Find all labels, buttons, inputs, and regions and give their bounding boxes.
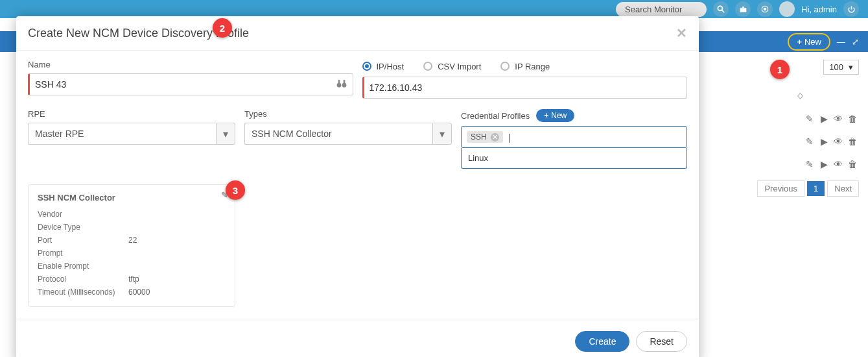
annotation-1: 1 bbox=[770, 60, 790, 79]
chevron-down-icon: ▾ bbox=[432, 123, 452, 145]
name-input[interactable] bbox=[28, 73, 353, 95]
radio-iprange[interactable]: IP Range bbox=[500, 62, 550, 71]
prev-button[interactable]: Previous bbox=[757, 180, 804, 197]
search-icon[interactable] bbox=[713, 1, 729, 17]
rpe-label: RPE bbox=[28, 109, 235, 119]
greeting-label: Hi, admin bbox=[801, 5, 837, 14]
eye-icon[interactable]: 👁 bbox=[833, 114, 843, 124]
page-size-select[interactable]: 100▾ bbox=[823, 60, 859, 75]
svg-point-0 bbox=[718, 6, 722, 10]
credential-dropdown-option[interactable]: Linux bbox=[461, 148, 687, 169]
svg-rect-9 bbox=[343, 80, 345, 83]
trash-icon[interactable]: 🗑 bbox=[847, 114, 858, 124]
briefcase-icon[interactable] bbox=[735, 1, 751, 17]
radio-csv[interactable]: CSV Import bbox=[423, 62, 481, 71]
details-title: SSH NCM Collector bbox=[38, 193, 226, 203]
svg-rect-8 bbox=[338, 80, 340, 83]
target-icon[interactable] bbox=[757, 1, 773, 17]
detail-row: Device Type bbox=[38, 221, 226, 234]
text-cursor: | bbox=[508, 132, 511, 143]
play-icon[interactable]: ▶ bbox=[819, 159, 829, 169]
power-icon[interactable] bbox=[843, 1, 859, 17]
annotation-2: 2 bbox=[213, 18, 232, 38]
remove-tag-icon[interactable]: ✕ bbox=[491, 133, 499, 142]
eye-icon[interactable]: 👁 bbox=[833, 159, 843, 169]
chevron-down-icon: ▾ bbox=[216, 123, 235, 145]
detail-row: Protocoltftp bbox=[38, 273, 226, 286]
types-select[interactable]: SSH NCM Collector ▾ bbox=[244, 123, 452, 145]
svg-rect-3 bbox=[742, 6, 744, 8]
detail-row: Timeout (Milliseconds)60000 bbox=[38, 286, 226, 299]
rpe-select[interactable]: Master RPE ▾ bbox=[28, 123, 235, 145]
binoculars-icon[interactable] bbox=[336, 79, 347, 90]
edit-icon[interactable]: ✎ bbox=[804, 159, 815, 169]
chevron-down-icon: ▾ bbox=[849, 62, 853, 72]
avatar[interactable] bbox=[779, 1, 795, 17]
radio-iphost[interactable]: IP/Host bbox=[362, 62, 405, 71]
minimize-icon[interactable]: — bbox=[837, 37, 845, 47]
trash-icon[interactable]: 🗑 bbox=[847, 159, 858, 169]
svg-point-6 bbox=[336, 83, 341, 88]
expand-icon[interactable]: ⤢ bbox=[852, 37, 859, 47]
row-actions: ✎ ▶ 👁 🗑 bbox=[804, 114, 858, 124]
annotation-3: 3 bbox=[226, 180, 245, 200]
search-input[interactable]: Search Monitor bbox=[616, 2, 707, 17]
new-button-highlight: +New bbox=[788, 33, 830, 51]
eye-icon[interactable]: 👁 bbox=[833, 136, 843, 147]
create-profile-modal: Create New NCM Device Discovery Profile … bbox=[16, 16, 699, 357]
svg-point-5 bbox=[764, 8, 766, 10]
detail-row: Vendor bbox=[38, 208, 226, 221]
reset-button[interactable]: Reset bbox=[636, 331, 687, 352]
trash-icon[interactable]: 🗑 bbox=[847, 136, 858, 147]
svg-line-1 bbox=[722, 10, 725, 13]
play-icon[interactable]: ▶ bbox=[819, 136, 829, 147]
detail-row: Enable Prompt bbox=[38, 260, 226, 273]
play-icon[interactable]: ▶ bbox=[819, 114, 829, 124]
iphost-input[interactable] bbox=[362, 77, 688, 99]
close-icon[interactable]: ✕ bbox=[676, 25, 687, 41]
sort-icon[interactable]: ◇ bbox=[797, 91, 803, 100]
next-button[interactable]: Next bbox=[827, 180, 859, 197]
collector-details-card: ✎ SSH NCM Collector Vendor Device Type P… bbox=[28, 184, 235, 307]
pagination: Previous 1 Next bbox=[757, 180, 859, 197]
new-button[interactable]: +New bbox=[790, 36, 828, 48]
new-credential-button[interactable]: +New bbox=[536, 109, 574, 122]
svg-rect-2 bbox=[740, 8, 746, 12]
edit-icon[interactable]: ✎ bbox=[804, 114, 815, 124]
types-label: Types bbox=[244, 109, 452, 119]
detail-row: Port22 bbox=[38, 234, 226, 247]
row-actions: ✎ ▶ 👁 🗑 bbox=[804, 159, 858, 169]
row-actions: ✎ ▶ 👁 🗑 bbox=[804, 136, 858, 147]
edit-icon[interactable]: ✎ bbox=[804, 136, 815, 147]
page-number[interactable]: 1 bbox=[807, 181, 825, 196]
top-bar: Search Monitor Hi, admin bbox=[0, 0, 868, 18]
detail-row: Prompt bbox=[38, 247, 226, 260]
svg-point-7 bbox=[342, 83, 346, 88]
credential-tag[interactable]: SSH✕ bbox=[467, 131, 503, 143]
create-button[interactable]: Create bbox=[575, 331, 629, 352]
credential-label: Credential Profiles bbox=[461, 111, 530, 121]
credential-tag-input[interactable]: SSH✕ | bbox=[461, 126, 687, 148]
name-label: Name bbox=[28, 60, 353, 69]
